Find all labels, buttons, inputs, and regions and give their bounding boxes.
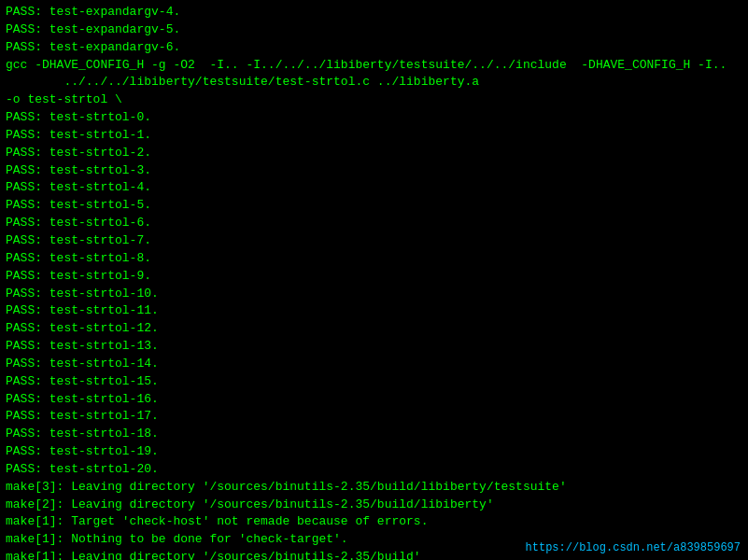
terminal-line: PASS: test-strtol-16. xyxy=(6,391,742,409)
terminal-line: -o test-strtol \ xyxy=(6,91,742,109)
terminal-line: PASS: test-strtol-2. xyxy=(6,145,742,162)
terminal-line: PASS: test-expandargv-4. xyxy=(6,4,742,21)
terminal-line: make[3]: Leaving directory '/sources/bin… xyxy=(6,479,742,497)
terminal-line: PASS: test-expandargv-5. xyxy=(6,21,742,39)
terminal-line: gcc -DHAVE_CONFIG_H -g -O2 -I.. -I../../… xyxy=(6,57,742,75)
terminal-line: PASS: test-strtol-6. xyxy=(6,215,742,232)
watermark: https://blog.csdn.net/a839859697 xyxy=(526,541,741,554)
terminal-line: PASS: test-strtol-20. xyxy=(6,461,742,479)
terminal-line: PASS: test-strtol-15. xyxy=(6,373,742,391)
terminal-line: PASS: test-strtol-1. xyxy=(6,127,742,145)
terminal-line: PASS: test-strtol-14. xyxy=(6,356,742,373)
terminal-line: PASS: test-strtol-7. xyxy=(6,232,742,250)
terminal-line: PASS: test-strtol-12. xyxy=(6,320,742,338)
terminal-output: PASS: test-expandargv-4.PASS: test-expan… xyxy=(6,4,742,560)
terminal-line: PASS: test-strtol-11. xyxy=(6,302,742,320)
terminal-line: ../../../libiberty/testsuite/test-strtol… xyxy=(6,74,742,91)
terminal-line: PASS: test-strtol-0. xyxy=(6,109,742,127)
terminal-line: PASS: test-strtol-8. xyxy=(6,250,742,268)
terminal-line: make[2]: Leaving directory '/sources/bin… xyxy=(6,497,742,514)
terminal-line: PASS: test-strtol-19. xyxy=(6,443,742,461)
terminal-line: PASS: test-strtol-9. xyxy=(6,268,742,286)
terminal-line: PASS: test-expandargv-6. xyxy=(6,39,742,57)
terminal-line: PASS: test-strtol-5. xyxy=(6,197,742,215)
terminal-window: PASS: test-expandargv-4.PASS: test-expan… xyxy=(0,0,748,560)
terminal-line: PASS: test-strtol-3. xyxy=(6,162,742,180)
terminal-line: PASS: test-strtol-10. xyxy=(6,286,742,303)
terminal-line: make[1]: Target 'check-host' not remade … xyxy=(6,513,742,531)
terminal-line: PASS: test-strtol-17. xyxy=(6,408,742,426)
terminal-line: PASS: test-strtol-18. xyxy=(6,426,742,443)
terminal-line: PASS: test-strtol-4. xyxy=(6,179,742,197)
terminal-line: PASS: test-strtol-13. xyxy=(6,338,742,356)
